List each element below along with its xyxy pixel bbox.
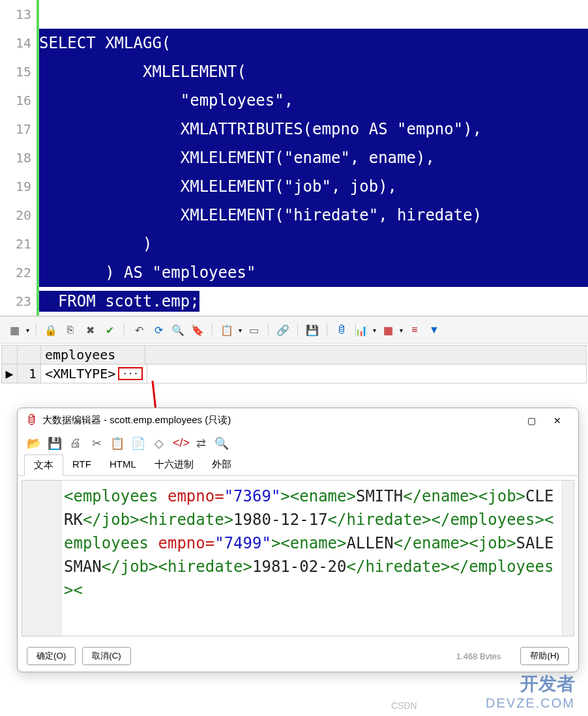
rows-icon[interactable]: ≡: [407, 322, 422, 338]
refresh-icon[interactable]: ⟳: [151, 322, 166, 338]
commit-icon[interactable]: ✔: [102, 322, 117, 338]
columns-icon[interactable]: ▦: [380, 322, 396, 338]
bookmark-icon[interactable]: 🔖: [190, 322, 205, 338]
row-number: 1: [18, 365, 41, 383]
binoculars-icon[interactable]: 🔍: [170, 322, 186, 338]
lock-icon[interactable]: 🔒: [43, 322, 59, 338]
export-icon[interactable]: 📋: [219, 322, 235, 338]
rownum-header: [18, 346, 41, 364]
cell-editor-button[interactable]: ···: [118, 367, 142, 380]
save-icon[interactable]: 💾: [304, 322, 320, 338]
undo-icon[interactable]: ↶: [131, 322, 147, 338]
cell-text: <XMLTYPE>: [45, 366, 115, 381]
chart-icon[interactable]: 📊: [353, 322, 369, 338]
database-icon[interactable]: 🛢: [334, 322, 349, 338]
grid-icon[interactable]: ▦: [7, 322, 22, 338]
results-toolbar: ▦▾ 🔒 ⎘ ✖ ✔ ↶ ⟳ 🔍 🔖 📋▾ ▭ 🔗 💾 🛢 📊▾ ▦▾ ≡ ▼: [0, 316, 588, 344]
code-editor[interactable]: 1314151617181920212223 SELECT XMLAGG( XM…: [0, 0, 588, 316]
results-grid[interactable]: employees ▶ 1 <XMLTYPE> ···: [1, 345, 587, 383]
add-row-icon[interactable]: ⎘: [63, 322, 78, 338]
line-gutter: 1314151617181920212223: [0, 0, 39, 316]
single-record-icon[interactable]: ▭: [246, 322, 261, 338]
delete-row-icon[interactable]: ✖: [82, 322, 98, 338]
link-icon[interactable]: 🔗: [275, 322, 291, 338]
code-area[interactable]: SELECT XMLAGG( XMLELEMENT( "employees", …: [39, 0, 588, 316]
cell-value[interactable]: <XMLTYPE> ···: [41, 365, 147, 383]
column-header[interactable]: employees: [41, 346, 145, 364]
row-header-corner: [2, 346, 18, 364]
row-indicator-icon: ▶: [2, 365, 18, 383]
filter-icon[interactable]: ▼: [426, 322, 442, 338]
